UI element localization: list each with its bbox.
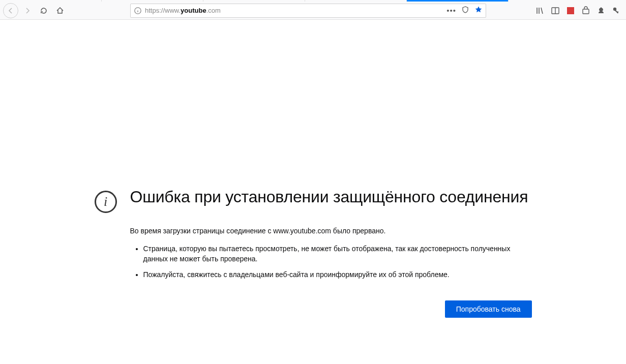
library-icon[interactable] [535, 6, 545, 15]
tab-active[interactable] [407, 0, 509, 2]
info-icon: i [95, 191, 117, 213]
page-content: i Ошибка при установлении защищённого со… [0, 20, 626, 318]
home-button[interactable] [53, 4, 67, 18]
tab[interactable] [102, 0, 203, 2]
browser-toolbar: https://www.youtube.com ••• [0, 2, 626, 20]
extension-key-icon[interactable] [612, 6, 621, 15]
extension-green-icon[interactable] [597, 6, 606, 15]
tab[interactable] [305, 0, 407, 2]
svg-line-5 [541, 8, 543, 14]
tab[interactable] [0, 0, 102, 2]
back-button[interactable] [3, 3, 18, 18]
extension-bag-icon[interactable] [581, 6, 590, 15]
svg-rect-8 [583, 9, 589, 14]
error-description: Во время загрузки страницы соединение с … [130, 227, 537, 235]
error-bullet: Страница, которую вы пытаетесь просмотре… [143, 244, 537, 264]
retry-button[interactable]: Попробовать снова [445, 300, 532, 318]
error-bullet-list: Страница, которую вы пытаетесь просмотре… [130, 244, 537, 280]
extension-red-icon[interactable] [566, 6, 575, 15]
url-text[interactable]: https://www.youtube.com [145, 7, 443, 14]
url-bar[interactable]: https://www.youtube.com ••• [130, 4, 486, 18]
reload-button[interactable] [37, 4, 51, 18]
error-title: Ошибка при установлении защищённого соед… [130, 188, 537, 206]
sidebar-icon[interactable] [551, 6, 560, 15]
reader-mode-icon[interactable] [461, 6, 469, 16]
error-bullet: Пожалуйста, свяжитесь с владельцами веб-… [143, 270, 537, 280]
forward-button[interactable] [20, 4, 35, 18]
bookmark-star-icon[interactable] [474, 6, 483, 16]
page-actions-icon[interactable]: ••• [446, 6, 456, 15]
identity-info-icon[interactable] [134, 7, 142, 15]
tab[interactable] [203, 0, 305, 2]
